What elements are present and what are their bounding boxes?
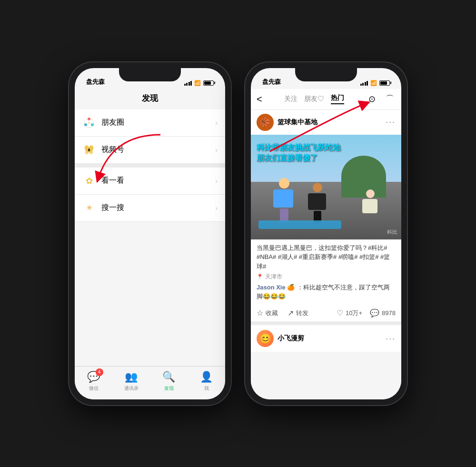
discover-screen: 发现 朋友圈 › [75, 89, 225, 366]
kanyikan-icon: ✿ [82, 174, 96, 188]
profile-icon[interactable]: ⌒ [384, 93, 396, 105]
shipinhao-label: 视频号 [101, 145, 124, 155]
svg-point-1 [88, 118, 90, 120]
caption-text: 当黑曼巴遇上黑曼巴，这扣篮你爱了吗？#科比# #NBA# #湖人# #重启新赛季… [257, 243, 396, 271]
share-icon: ↗ [288, 308, 294, 318]
nav-icons: ⊙ ⌒ [366, 93, 396, 105]
post1-avatar: 🏀 [257, 114, 274, 131]
wifi-icon-2: 📶 [370, 80, 377, 86]
action-right-group: ♡ 10万+ 💬 8978 [337, 308, 396, 318]
more-button-2[interactable]: ··· [386, 334, 396, 344]
carrier-name-right: 盘先森 [262, 78, 281, 86]
post1-header: 🏀 篮球集中基地 ··· [251, 110, 401, 135]
tab-me[interactable]: 👤 我 [188, 370, 225, 392]
tab-badge: 4 [96, 368, 103, 376]
contacts-tab-icon: 👥 [125, 371, 138, 383]
carrier-name: 盘先森 [86, 78, 105, 86]
tab-me-label: 我 [204, 385, 209, 392]
chevron-right-icon: › [215, 119, 218, 127]
video-watermark: 科比 [387, 229, 397, 236]
share-label: 转发 [296, 309, 308, 318]
post1-caption: 当黑曼巴遇上黑曼巴，这扣篮你爱了吗？#科比# #NBA# #湖人# #重启新赛季… [251, 239, 401, 305]
post1-username: 篮球集中基地 [278, 118, 317, 127]
screen-title: 发现 [75, 93, 225, 104]
souyisou-icon: ✳ [82, 201, 96, 215]
tab-contacts[interactable]: 👥 通讯录 [112, 370, 150, 392]
comment-user: Jason Xie 🍊 [257, 284, 295, 291]
me-tab-icon: 👤 [200, 371, 213, 383]
nav-tabs: 关注 朋友♡ 热门 [284, 94, 344, 104]
discover-tab-icon: 🔍 [162, 371, 175, 383]
tab-bar: 💬 4 微信 👥 通讯录 🔍 发现 👤 [75, 366, 225, 399]
share-button[interactable]: ↗ 转发 [288, 308, 308, 318]
location-pin-icon: 📍 [257, 274, 263, 280]
souyisou-label: 搜一搜 [101, 203, 124, 213]
pengyouquan-label: 朋友圈 [101, 118, 124, 128]
post1-actions: ☆ 收藏 ↗ 转发 ♡ 10万+ 💬 8978 [251, 305, 401, 325]
location-icon[interactable]: ⊙ [366, 93, 377, 105]
notch [119, 68, 181, 81]
tab-contacts-label: 通讯录 [124, 385, 139, 392]
signal-icon [184, 80, 192, 86]
collect-button[interactable]: ☆ 收藏 [257, 308, 278, 318]
status-right: 📶 [184, 80, 214, 86]
svg-point-9 [88, 149, 90, 151]
menu-item-shipinhao[interactable]: 视频号 › [75, 137, 225, 164]
svg-point-2 [91, 123, 94, 126]
pengyouquan-icon [82, 116, 96, 129]
location-line: 📍 天津市 [257, 273, 396, 281]
tab-weixin-label: 微信 [89, 385, 99, 392]
video-nav-header: < 关注 朋友♡ 热门 ⊙ ⌒ [251, 89, 401, 110]
left-phone: 盘先森 📶 发现 [69, 62, 231, 405]
chevron-right-icon-4: › [215, 204, 218, 212]
svg-point-4 [88, 122, 90, 124]
battery-icon [203, 80, 214, 86]
video-feed-screen: < 关注 朋友♡ 热门 ⊙ ⌒ 🏀 篮球集中基地 ··· [251, 89, 401, 399]
wifi-icon: 📶 [194, 80, 201, 86]
post2-avatar: 😊 [257, 330, 274, 347]
battery-icon-2 [379, 80, 390, 86]
post2-header: 😊 小飞漫剪 ··· [251, 325, 401, 352]
menu-divider [75, 164, 225, 168]
post1-video[interactable]: 科比带朋友挑战飞跃蛇池 朋友们直接看傻了 科比 [251, 135, 401, 239]
tab-weixin[interactable]: 💬 4 微信 [75, 370, 112, 392]
menu-item-pengyouquan[interactable]: 朋友圈 › [75, 109, 225, 137]
collect-icon: ☆ [257, 308, 263, 318]
like-button[interactable]: ♡ 10万+ [337, 308, 362, 318]
like-icon: ♡ [337, 308, 343, 318]
right-phone: 盘先森 📶 < 关注 朋友♡ [245, 62, 407, 405]
chevron-right-icon-2: › [215, 146, 218, 154]
notch-right [295, 68, 357, 81]
video-title-text: 科比带朋友挑战飞跃蛇池 朋友们直接看傻了 [257, 142, 340, 164]
comment-button[interactable]: 💬 8978 [370, 308, 396, 318]
like-count: 10万+ [346, 309, 362, 318]
discover-list: 朋友圈 › 视频号 › ✿ [75, 109, 225, 366]
shipinhao-icon [82, 143, 96, 157]
signal-icon-2 [360, 80, 368, 86]
more-button[interactable]: ··· [386, 117, 396, 127]
kanyikan-label: 看一看 [101, 176, 124, 186]
back-button[interactable]: < [257, 94, 262, 105]
discover-header: 发现 [75, 89, 225, 109]
comment-count: 8978 [382, 309, 396, 317]
svg-point-3 [84, 123, 87, 126]
tab-hot[interactable]: 热门 [331, 94, 344, 104]
location-text: 天津市 [265, 273, 282, 281]
comment-icon: 💬 [370, 308, 379, 318]
menu-item-kanyikan[interactable]: ✿ 看一看 › [75, 168, 225, 195]
collect-label: 收藏 [266, 309, 278, 318]
post2-username: 小飞漫剪 [278, 334, 304, 343]
tab-follow[interactable]: 关注 [284, 95, 298, 103]
tab-discover[interactable]: 🔍 发现 [150, 370, 188, 392]
status-right-2: 📶 [360, 80, 390, 86]
tab-discover-label: 发现 [164, 385, 174, 392]
menu-item-souyisou[interactable]: ✳ 搜一搜 › [75, 195, 225, 222]
tab-friends[interactable]: 朋友♡ [304, 95, 324, 103]
chevron-right-icon-3: › [215, 177, 218, 185]
comment-preview: Jason Xie 🍊 ：科比趁空气不注意，踩了空气两脚😂😂😂 [257, 283, 396, 301]
